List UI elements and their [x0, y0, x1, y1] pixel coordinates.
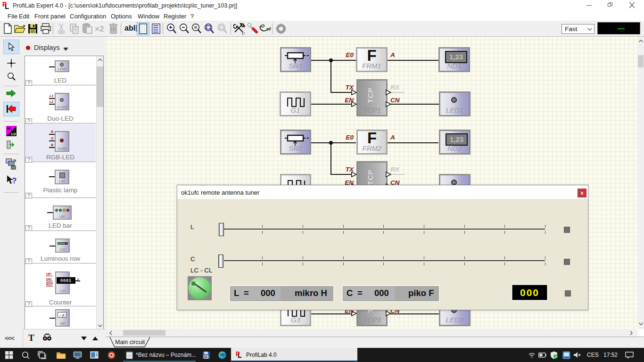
- svg-text:64: 64: [204, 355, 208, 359]
- svg-text:LO: LO: [11, 132, 16, 136]
- svg-text:?: ?: [12, 176, 17, 185]
- svg-text:HI: HI: [7, 127, 10, 130]
